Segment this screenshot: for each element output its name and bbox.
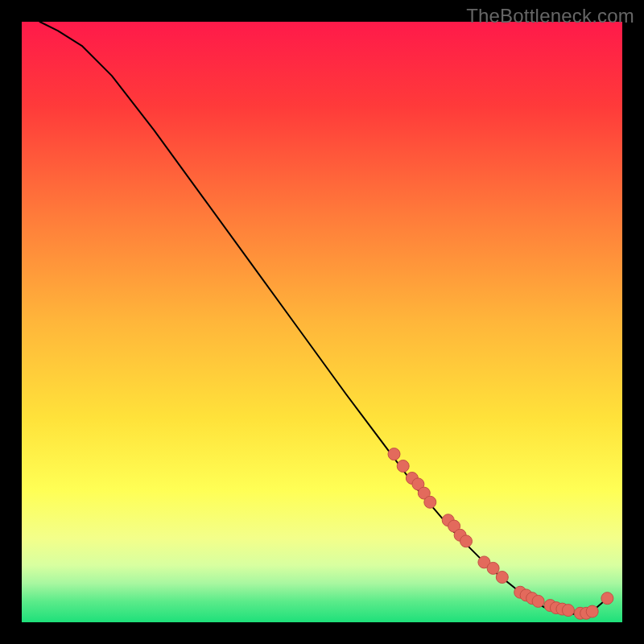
marker-dot (532, 595, 544, 607)
marker-dot (496, 572, 508, 584)
marker-dot (460, 535, 473, 547)
plot-background (22, 22, 622, 622)
marker-dot (562, 605, 574, 617)
marker-dot (397, 460, 409, 473)
marker-dot (601, 592, 613, 605)
marker-dot (388, 448, 400, 460)
chart-frame: TheBottleneck.com (0, 0, 644, 644)
marker-dot (424, 496, 436, 508)
marker-dot (586, 605, 598, 617)
chart-svg (0, 0, 644, 644)
marker-dot (487, 562, 499, 574)
watermark-text: TheBottleneck.com (466, 5, 634, 27)
